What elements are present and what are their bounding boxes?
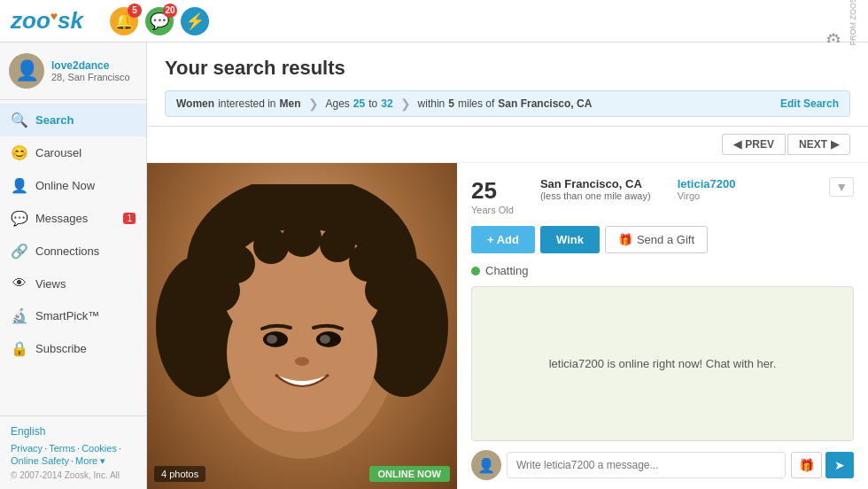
edit-search-link[interactable]: Edit Search xyxy=(780,97,839,110)
svg-point-12 xyxy=(216,244,255,283)
chat-badge: 20 xyxy=(163,4,177,18)
messages-icon: 💬 xyxy=(11,210,28,227)
views-icon: 👁 xyxy=(11,276,28,291)
profile-sign: Virgo xyxy=(678,190,736,201)
profile-age-label: Years Old xyxy=(471,205,514,215)
chat-online-message: leticia7200 is online right now! Chat wi… xyxy=(549,357,777,370)
filter-arrow-2: ❯ xyxy=(400,97,411,111)
profile-info-panel: 25 Years Old San Francisco, CA (less tha… xyxy=(457,163,868,489)
from-zosk-label: FROM ZOOSK xyxy=(849,0,857,45)
cookies-link[interactable]: Cookies xyxy=(81,443,117,454)
profile-age: 25 xyxy=(471,177,514,205)
sidebar-item-online-now-label: Online Now xyxy=(35,179,95,192)
profile-location-sub: (less than one mile away) xyxy=(540,190,651,201)
filter-age-to[interactable]: 32 xyxy=(381,97,392,110)
chat-send-button[interactable]: ➤ xyxy=(825,452,854,478)
messages-badge: 1 xyxy=(123,213,136,224)
search-filters: Women interested in Men ❯ Ages 25 to 32 … xyxy=(165,90,850,117)
sidebar-nav: 🔍 Search 😊 Carousel 👤 Online Now 💬 Messa… xyxy=(0,100,146,415)
profile-top: 25 Years Old San Francisco, CA (less tha… xyxy=(471,177,854,215)
chatting-dot xyxy=(471,267,480,276)
privacy-link[interactable]: Privacy xyxy=(11,443,43,454)
prev-button[interactable]: ◀ PREV xyxy=(722,134,786,155)
notifications-icon-wrapper[interactable]: 🔔 5 xyxy=(110,7,138,35)
more-link[interactable]: More ▾ xyxy=(75,455,105,467)
content-area: Your search results Women interested in … xyxy=(147,43,868,489)
sidebar-item-subscribe-label: Subscribe xyxy=(35,342,87,355)
add-button[interactable]: + Add xyxy=(471,226,535,253)
page-title: Your search results xyxy=(165,57,850,80)
svg-point-10 xyxy=(295,357,309,366)
sidebar-item-online-now[interactable]: 👤 Online Now xyxy=(0,169,146,202)
profile-photo xyxy=(147,163,457,489)
svg-point-18 xyxy=(178,299,213,335)
chatting-label: Chatting xyxy=(471,264,854,277)
online-safety-link[interactable]: Online Safety xyxy=(11,455,69,467)
sidebar-item-carousel[interactable]: 😊 Carousel xyxy=(0,136,146,169)
filter-age-from[interactable]: 25 xyxy=(353,97,365,110)
profile-dropdown[interactable]: ▼ xyxy=(829,177,854,197)
gift-button[interactable]: 🎁 Send a Gift xyxy=(605,226,708,253)
next-button[interactable]: NEXT ▶ xyxy=(787,134,850,155)
topbar: zoo ♥ sk 🔔 5 💬 20 ⚡ ⚙ FROM ZOOSK xyxy=(0,0,868,43)
profile-age-location: 28, San Francisco xyxy=(51,72,130,82)
sidebar-item-subscribe[interactable]: 🔒 Subscribe xyxy=(0,332,146,365)
filter-location: within 5 miles of San Francisco, CA xyxy=(418,97,593,110)
sidebar-item-messages-label: Messages xyxy=(35,212,88,225)
filter-distance: 5 xyxy=(448,97,454,110)
filter-arrow-1: ❯ xyxy=(308,97,319,111)
profile-info: love2dance 28, San Francisco xyxy=(51,59,130,82)
sidebar-item-views[interactable]: 👁 Views xyxy=(0,268,146,299)
sidebar-item-messages[interactable]: 💬 Messages 1 xyxy=(0,202,146,235)
filter-gender-label: Women xyxy=(176,97,214,110)
subscribe-icon: 🔒 xyxy=(11,340,28,357)
logo[interactable]: zoo ♥ sk xyxy=(11,7,83,35)
sidebar-profile[interactable]: 👤 love2dance 28, San Francisco xyxy=(0,43,146,100)
sidebar-item-views-label: Views xyxy=(35,277,66,291)
sidebar-item-carousel-label: Carousel xyxy=(35,146,81,159)
sidebar-item-connections-label: Connections xyxy=(35,244,99,258)
chat-area: leticia7200 is online right now! Chat wi… xyxy=(471,286,854,441)
smartpick-icon: 🔬 xyxy=(11,307,28,324)
avatar: 👤 xyxy=(9,53,44,89)
sidebar: 👤 love2dance 28, San Francisco 🔍 Search … xyxy=(0,43,147,489)
photos-count: 4 photos xyxy=(154,466,205,482)
language-selector[interactable]: English xyxy=(11,425,136,438)
profile-username: leticia7200 xyxy=(678,177,736,190)
profile-username-col: leticia7200 Virgo xyxy=(678,177,736,215)
profile-age-col: 25 Years Old xyxy=(471,177,514,215)
notifications-badge: 5 xyxy=(128,4,142,18)
terms-link[interactable]: Terms xyxy=(49,443,75,454)
sidebar-item-smartpick-label: SmartPick™ xyxy=(35,309,99,322)
flash-icon[interactable]: ⚡ xyxy=(181,7,209,35)
chat-action-buttons: 🎁 ➤ xyxy=(791,452,854,478)
sidebar-item-smartpick[interactable]: 🔬 SmartPick™ xyxy=(0,299,146,332)
profile-name: love2dance xyxy=(51,59,130,72)
gift-icon: 🎁 xyxy=(618,233,632,246)
chat-gift-button[interactable]: 🎁 xyxy=(791,452,822,478)
filter-location-label: San Francisco, CA xyxy=(498,97,592,110)
filter-gender: Women interested in Men xyxy=(176,97,301,110)
online-now-icon: 👤 xyxy=(11,177,28,194)
svg-point-19 xyxy=(391,298,426,333)
sidebar-item-connections[interactable]: 🔗 Connections xyxy=(0,235,146,268)
content-header: Your search results Women interested in … xyxy=(147,43,868,127)
face-svg xyxy=(147,184,457,468)
search-icon: 🔍 xyxy=(11,112,28,128)
filter-interested-in: Men xyxy=(280,97,301,110)
copyright: © 2007-2014 Zoosk, Inc. All xyxy=(11,470,136,480)
svg-point-14 xyxy=(283,218,322,257)
wink-button[interactable]: Wink xyxy=(540,226,600,253)
main-layout: 👤 love2dance 28, San Francisco 🔍 Search … xyxy=(0,43,868,489)
profile-photo-area[interactable]: 4 photos ONLINE NOW xyxy=(147,163,457,489)
carousel-icon: 😊 xyxy=(11,144,28,161)
sidebar-footer: English Privacy · Terms · Cookies · Onli… xyxy=(0,415,146,489)
flash-icon-wrapper[interactable]: ⚡ xyxy=(181,7,209,35)
svg-point-5 xyxy=(227,273,377,432)
sidebar-item-search[interactable]: 🔍 Search xyxy=(0,104,146,136)
chat-message-input[interactable] xyxy=(507,452,786,478)
profile-location-col: San Francisco, CA (less than one mile aw… xyxy=(540,177,651,215)
chat-icon-wrapper[interactable]: 💬 20 xyxy=(145,7,174,35)
nav-icons: 🔔 5 💬 20 ⚡ xyxy=(110,7,209,35)
filter-age: Ages 25 to 32 xyxy=(326,97,393,110)
